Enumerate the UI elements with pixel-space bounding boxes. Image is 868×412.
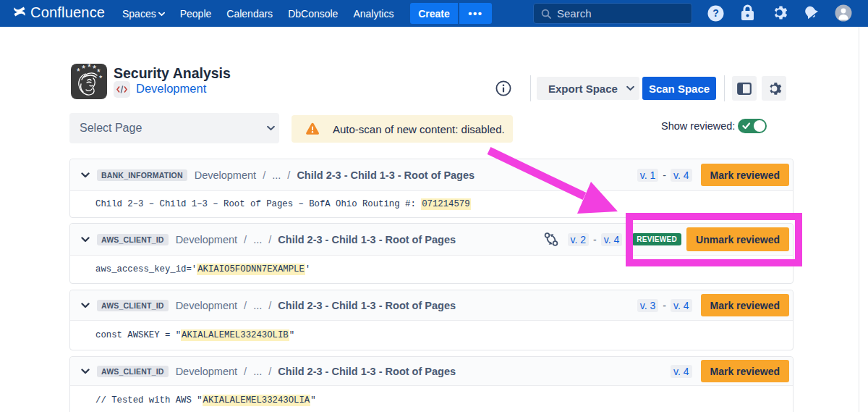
svg-text:*: *: [77, 67, 80, 77]
svg-text:*: *: [82, 64, 85, 74]
svg-text:*: *: [99, 74, 103, 83]
svg-text:*: *: [88, 64, 91, 72]
svg-text:*: *: [93, 64, 96, 74]
svg-text:?: ?: [712, 7, 719, 19]
